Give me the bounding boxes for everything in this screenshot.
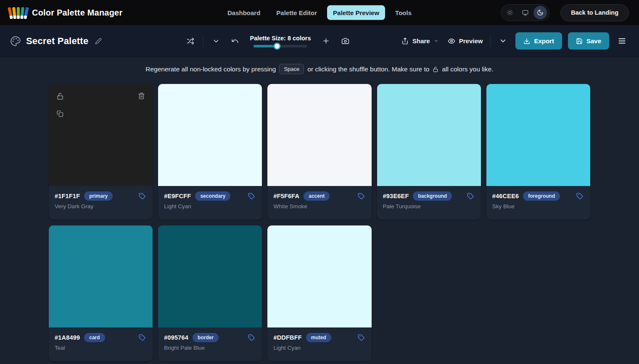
card-footer: #E9FCFF secondary Light Cyan [158,186,262,220]
role-badge: foreground [523,191,560,201]
tag-color-button[interactable] [137,333,147,342]
tag-color-button[interactable] [247,333,256,342]
color-swatch[interactable] [158,225,262,327]
toolbar-center: Palette Size: 8 colors [184,34,352,47]
unlock-icon [56,92,64,100]
save-button[interactable]: Save [568,32,609,50]
palette-size-slider[interactable] [253,45,307,47]
color-name: Light Cyan [273,345,365,351]
color-swatch[interactable] [49,225,153,327]
camera-icon [341,37,349,45]
card-footer: #DDFBFF muted Light Cyan [267,327,371,361]
nav-dashboard[interactable]: Dashboard [222,5,266,20]
color-card: #1F1F1F primary Very Dark Gray [49,84,153,220]
swatch-controls [158,84,262,186]
theme-dark-button[interactable] [533,6,547,19]
color-swatch[interactable] [267,225,371,327]
color-hex: #DDFBFF [273,334,301,341]
edit-palette-name-button[interactable] [93,36,103,46]
color-name: Sky Blue [492,203,584,209]
share-label: Share [412,37,430,45]
nav-palette-preview[interactable]: Palette Preview [327,5,385,20]
monitor-icon [522,10,528,16]
lock-color-button[interactable] [164,91,175,102]
toolbar-right: Share Preview Export Save [400,32,629,50]
trash-icon [138,92,145,100]
card-footer: #46CEE6 foreground Sky Blue [486,186,590,220]
color-card: #E9FCFF secondary Light Cyan [158,84,262,220]
toolbar-divider [490,36,491,47]
lock-color-button[interactable] [55,91,66,102]
role-badge: accent [304,191,330,201]
palette-title-group: Secret Palette [10,36,136,47]
preview-button[interactable]: Preview [446,35,485,47]
plus-icon [322,37,330,45]
copy-color-button[interactable] [164,108,174,119]
tag-color-button[interactable] [247,191,256,201]
role-badge: card [84,333,105,342]
logo-icon [10,5,27,20]
pencil-icon [95,38,102,45]
share-icon [401,37,409,45]
copy-color-button[interactable] [55,108,65,119]
nav-palette-editor[interactable]: Palette Editor [270,5,323,20]
role-badge: border [193,333,219,342]
delete-color-button[interactable] [246,91,256,101]
color-card: #F5F6FA accent White Smoke [267,84,371,220]
nav-tools[interactable]: Tools [389,5,417,20]
color-swatch[interactable] [49,84,153,186]
instruction-text: Regenerate all non-locked colors by pres… [0,57,639,74]
delete-color-button[interactable] [136,91,147,101]
preview-label: Preview [459,37,483,45]
color-hex: #1F1F1F [55,193,80,199]
tag-color-button[interactable] [575,191,584,201]
tag-icon [358,334,364,341]
screenshot-button[interactable] [339,34,352,47]
color-hex: #095764 [164,334,188,341]
chevron-down-icon [212,37,220,45]
color-swatch[interactable] [158,84,262,186]
chevron-down-icon [499,37,507,45]
undo-icon [231,37,239,45]
theme-system-button[interactable] [518,6,532,19]
color-swatch[interactable] [267,84,371,186]
role-badge: muted [306,333,331,342]
add-color-button[interactable] [320,34,333,47]
more-actions-button[interactable] [496,34,510,47]
color-card: #1A8499 card Teal [49,225,153,361]
eye-icon [448,37,455,45]
copy-icon [166,110,173,117]
shuffle-button[interactable] [184,35,197,47]
slider-thumb[interactable] [274,42,281,50]
share-button[interactable]: Share [400,35,440,47]
tag-icon [248,193,255,199]
role-badge: secondary [195,191,230,201]
color-swatch[interactable] [486,84,590,186]
color-hex: #F5F6FA [273,193,299,199]
main-nav: Dashboard Palette Editor Palette Preview… [222,5,417,20]
lock-icon [433,66,438,72]
tag-color-button[interactable] [466,191,475,201]
export-button[interactable]: Export [515,32,562,50]
palette-name: Secret Palette [26,36,88,47]
menu-button[interactable] [615,34,629,48]
theme-light-button[interactable] [503,6,517,19]
trash-icon [247,92,254,100]
palette-size-control: Palette Size: 8 colors [253,35,308,47]
space-key: Space [279,64,304,74]
undo-button[interactable] [229,35,241,47]
save-label: Save [586,37,601,45]
tag-color-button[interactable] [356,191,366,201]
moon-icon [537,9,544,16]
color-swatch[interactable] [377,84,481,186]
role-badge: background [413,191,452,201]
back-to-landing-button[interactable]: Back to Landing [560,4,629,21]
color-name: Light Cyan [164,203,256,209]
main-content: Regenerate all non-locked colors by pres… [0,57,639,361]
header-right: Back to Landing [501,4,629,21]
instruction-part-1: Regenerate all non-locked colors by pres… [145,65,276,73]
expand-options-button[interactable] [210,35,222,47]
tag-color-button[interactable] [356,333,366,342]
tag-color-button[interactable] [137,191,147,201]
card-footer: #F5F6FA accent White Smoke [267,186,371,220]
